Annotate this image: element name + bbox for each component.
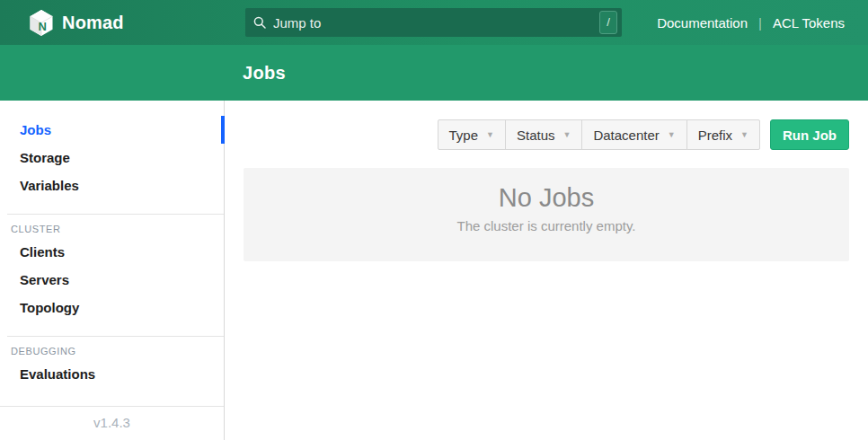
search-input[interactable]	[271, 14, 599, 31]
sidebar-item-label: Variables	[20, 178, 79, 193]
empty-state-message: The cluster is currently empty.	[244, 218, 849, 233]
section-label-debugging: DEBUGGING	[0, 337, 224, 360]
svg-text:N: N	[39, 20, 47, 33]
sidebar-item-evaluations[interactable]: Evaluations	[0, 360, 224, 388]
chevron-down-icon: ▼	[486, 131, 494, 139]
filter-prefix-dropdown[interactable]: Prefix ▼	[686, 119, 760, 150]
top-navbar: N Nomad / Documentation | ACL Tokens	[0, 0, 868, 45]
sidebar-item-variables[interactable]: Variables	[0, 172, 224, 199]
layout: Jobs Storage Variables CLUSTER Clients S…	[0, 101, 868, 440]
sidebar-primary-menu: Jobs Storage Variables	[0, 116, 224, 199]
filter-label: Status	[517, 128, 555, 143]
navbar-links: Documentation | ACL Tokens	[657, 0, 845, 45]
nav-links-separator: |	[758, 15, 762, 31]
sidebar-item-topology[interactable]: Topology	[0, 294, 224, 321]
sidebar-debugging-menu: Evaluations	[0, 360, 224, 388]
sidebar-item-jobs[interactable]: Jobs	[0, 116, 224, 144]
filter-status-dropdown[interactable]: Status ▼	[505, 119, 582, 150]
sidebar-item-storage[interactable]: Storage	[0, 144, 224, 172]
page-title: Jobs	[243, 63, 286, 84]
sidebar-item-servers[interactable]: Servers	[0, 266, 224, 294]
sidebar-item-label: Storage	[20, 150, 70, 165]
acl-tokens-link[interactable]: ACL Tokens	[773, 15, 845, 31]
sidebar-item-label: Servers	[20, 272, 69, 287]
jobs-toolbar: Type ▼ Status ▼ Datacenter ▼ Prefix ▼ Ru…	[244, 119, 849, 150]
sidebar-item-label: Clients	[20, 244, 65, 260]
chevron-down-icon: ▼	[563, 131, 571, 139]
filter-label: Datacenter	[593, 128, 659, 143]
sidebar-item-label: Evaluations	[20, 366, 95, 382]
filter-datacenter-dropdown[interactable]: Datacenter ▼	[581, 119, 686, 150]
sidebar-item-clients[interactable]: Clients	[0, 238, 224, 266]
sidebar-item-label: Jobs	[20, 122, 51, 137]
chevron-down-icon: ▼	[668, 131, 676, 139]
jump-to-search[interactable]: /	[245, 8, 622, 37]
slash-shortcut-badge: /	[599, 11, 617, 34]
empty-state-title: No Jobs	[244, 168, 849, 213]
run-job-button[interactable]: Run Job	[770, 119, 849, 150]
main-content: Type ▼ Status ▼ Datacenter ▼ Prefix ▼ Ru…	[225, 101, 868, 440]
search-icon	[253, 16, 266, 29]
active-indicator	[221, 116, 225, 144]
empty-state: No Jobs The cluster is currently empty.	[244, 168, 849, 261]
version-footer: v1.4.3	[0, 406, 224, 440]
filter-group: Type ▼ Status ▼ Datacenter ▼ Prefix ▼	[438, 119, 760, 150]
section-label-cluster: CLUSTER	[0, 215, 224, 238]
sidebar: Jobs Storage Variables CLUSTER Clients S…	[0, 101, 225, 440]
brand-name: Nomad	[62, 13, 124, 33]
filter-label: Type	[449, 128, 479, 143]
page-header-band: Jobs	[0, 45, 868, 101]
nomad-logo-icon: N	[29, 9, 54, 36]
filter-type-dropdown[interactable]: Type ▼	[438, 119, 506, 150]
filter-label: Prefix	[698, 128, 732, 143]
sidebar-cluster-menu: Clients Servers Topology	[0, 238, 224, 321]
documentation-link[interactable]: Documentation	[657, 15, 748, 31]
chevron-down-icon: ▼	[740, 131, 748, 139]
sidebar-item-label: Topology	[20, 300, 79, 315]
brand-link[interactable]: N Nomad	[29, 9, 124, 36]
